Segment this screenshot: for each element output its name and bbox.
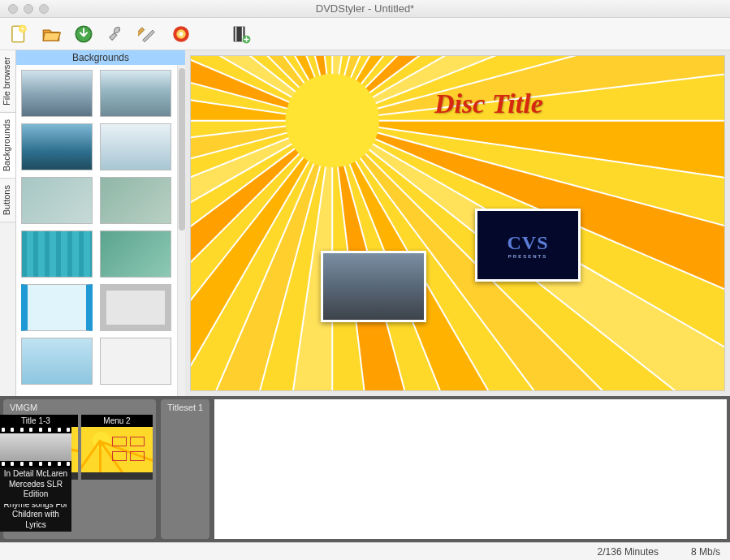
cvs-logo-text: CVS: [507, 232, 548, 254]
titlebar: DVDStyler - Untitled*: [0, 0, 730, 18]
titleset-group: Titleset 1 Title 1 4096*3072223 Title 1-…: [161, 399, 209, 539]
status-minutes: 2/136 Minutes: [598, 546, 659, 558]
new-button[interactable]: [6, 22, 31, 46]
bg-thumb[interactable]: [21, 70, 93, 117]
side-tabs: File browser Backgrounds Buttons: [0, 50, 16, 396]
bg-thumb[interactable]: [21, 284, 93, 331]
menu-item-label: Menu 1: [6, 415, 78, 427]
svg-point-13: [285, 74, 378, 167]
backgrounds-header: Backgrounds: [16, 50, 185, 65]
tools-button[interactable]: [136, 22, 161, 46]
menu-thumb: [81, 427, 153, 472]
status-bitrate: 8 Mb/s: [691, 546, 720, 558]
bg-thumb[interactable]: [21, 338, 93, 385]
bg-thumb[interactable]: [21, 177, 93, 224]
bg-thumb[interactable]: [100, 338, 171, 385]
menu-canvas[interactable]: (function(){ var g=document.getElementBy…: [190, 55, 725, 391]
timeline-dropzone[interactable]: [214, 399, 727, 539]
status-bar: 2/136 Minutes 8 Mb/s: [0, 542, 730, 560]
svg-rect-4: [138, 27, 145, 36]
bg-thumb[interactable]: [100, 177, 171, 224]
timeline: VMGM Menu 1 Menu 2: [0, 396, 730, 542]
menu-item-2[interactable]: Menu 2: [81, 415, 153, 480]
tab-buttons[interactable]: Buttons: [0, 179, 15, 222]
svg-point-7: [179, 32, 184, 36]
toolbar: [0, 18, 730, 50]
tab-backgrounds[interactable]: Backgrounds: [0, 113, 15, 179]
main-area: File browser Backgrounds Buttons Backgro…: [0, 50, 730, 396]
menu-item-label: Menu 2: [81, 415, 153, 427]
add-file-button[interactable]: [229, 22, 253, 46]
menu-thumb: [6, 427, 78, 472]
bg-thumb[interactable]: [100, 230, 171, 278]
open-button[interactable]: [39, 22, 63, 46]
vmgm-group: VMGM Menu 1 Menu 2: [3, 399, 156, 539]
cvs-subtext: PRESENTS: [508, 254, 547, 259]
menu-button-pic[interactable]: [321, 251, 426, 322]
traffic-lights: [0, 4, 49, 14]
properties-button[interactable]: [104, 22, 128, 46]
close-icon[interactable]: [8, 4, 18, 14]
backgrounds-scrollbar[interactable]: [177, 65, 185, 396]
bg-thumb[interactable]: [100, 284, 171, 331]
menu-item-1[interactable]: Menu 1: [6, 415, 78, 480]
minimize-icon[interactable]: [24, 4, 33, 14]
bg-thumb[interactable]: [21, 123, 93, 170]
bg-thumb[interactable]: [100, 123, 171, 170]
backgrounds-panel: Backgrounds: [16, 50, 185, 396]
canvas-area: (function(){ var g=document.getElementBy…: [185, 50, 730, 396]
titleset-label: Titleset 1: [164, 403, 206, 415]
tab-file-browser[interactable]: File browser: [0, 50, 15, 113]
window-title: DVDStyler - Untitled*: [0, 2, 730, 15]
backgrounds-grid: [16, 65, 177, 396]
burn-button[interactable]: [169, 22, 193, 46]
menu-button-cvs[interactable]: CVS PRESENTS: [475, 209, 581, 282]
scrollbar-thumb[interactable]: [179, 68, 185, 230]
bg-thumb[interactable]: [21, 230, 93, 278]
svg-rect-9: [235, 27, 237, 41]
disc-title-text[interactable]: Disc Title: [434, 88, 543, 119]
bg-thumb[interactable]: [100, 70, 171, 117]
zoom-icon[interactable]: [39, 4, 49, 14]
save-button[interactable]: [71, 22, 96, 46]
vmgm-label: VMGM: [6, 403, 153, 415]
